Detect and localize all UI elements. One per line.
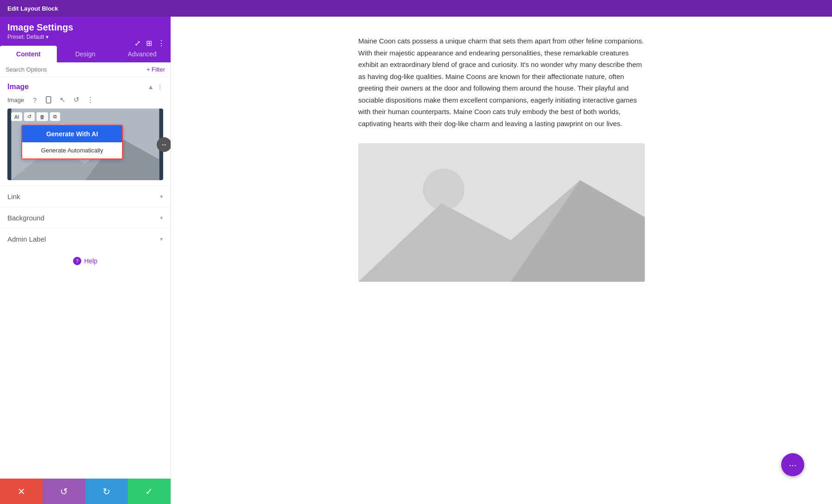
- save-button[interactable]: ✓: [128, 479, 171, 504]
- sidebar-header: Image Settings Preset: Default ▾ ⤢ ⊞ ⋮: [0, 17, 171, 46]
- sidebar-content: Image ▲ ⋮ Image ? ↖ ↺ ⋮: [0, 77, 171, 479]
- admin-label-text: Admin Label: [7, 235, 46, 243]
- tab-content[interactable]: Content: [0, 46, 57, 62]
- redo-button[interactable]: ↻: [86, 479, 128, 504]
- tab-design[interactable]: Design: [57, 46, 114, 62]
- copy-preview-btn[interactable]: ⧉: [50, 112, 60, 121]
- sidebar: Image Settings Preset: Default ▾ ⤢ ⊞ ⋮ C…: [0, 17, 171, 504]
- sidebar-title: Image Settings: [7, 22, 163, 33]
- more-options-icon[interactable]: ⋮: [85, 95, 95, 105]
- image-section-icons: ▲ ⋮: [147, 83, 163, 91]
- background-chevron-icon: ▾: [160, 214, 163, 221]
- help-circle-icon: ?: [73, 257, 81, 265]
- generate-ai-button[interactable]: Generate With AI: [22, 126, 122, 142]
- preview-toolbar: AI ↺ 🗑 ⧉: [11, 112, 60, 121]
- background-label: Background: [7, 214, 44, 222]
- help-icon[interactable]: ?: [30, 95, 40, 105]
- layout-icon[interactable]: ⊞: [146, 39, 152, 48]
- image-toolbar: Image ? ↖ ↺ ⋮: [0, 95, 171, 109]
- link-section[interactable]: Link ▾: [0, 186, 171, 207]
- expand-icon[interactable]: ⤢: [135, 39, 141, 48]
- filter-button[interactable]: + Filter: [147, 66, 165, 73]
- article-text: Maine Coon cats possess a unique charm t…: [358, 35, 645, 129]
- floating-btn-icon: ···: [789, 460, 797, 470]
- more-icon[interactable]: ⋮: [158, 39, 165, 48]
- help-label: Help: [84, 257, 98, 265]
- sidebar-header-actions: ⤢ ⊞ ⋮: [135, 39, 165, 48]
- main-content: Maine Coon cats possess a unique charm t…: [171, 17, 832, 504]
- background-section[interactable]: Background ▾: [0, 207, 171, 228]
- sidebar-tabs: Content Design Advanced: [0, 46, 171, 62]
- filter-label: + Filter: [147, 66, 165, 73]
- section-menu-icon[interactable]: ⋮: [157, 83, 163, 91]
- undo-button[interactable]: ↺: [43, 479, 85, 504]
- top-bar: Edit Layout Block: [0, 0, 832, 17]
- collapse-icon[interactable]: ▲: [147, 83, 154, 91]
- svg-rect-0: [46, 97, 51, 103]
- generate-automatically-button[interactable]: Generate Automatically: [22, 142, 122, 158]
- ai-preview-btn[interactable]: AI: [11, 112, 22, 121]
- refresh-icon[interactable]: ↺: [71, 95, 81, 105]
- cursor-icon[interactable]: ↖: [57, 95, 67, 105]
- cancel-button[interactable]: ✕: [0, 479, 43, 504]
- delete-preview-btn[interactable]: 🗑: [37, 112, 48, 121]
- link-chevron-icon: ▾: [160, 193, 163, 200]
- search-input[interactable]: [6, 66, 143, 73]
- bottom-bar: ✕ ↺ ↻ ✓: [0, 479, 171, 504]
- image-preview-container: AI ↺ 🗑 ⧉: [7, 109, 163, 180]
- main-image-placeholder: [358, 143, 645, 282]
- top-bar-title: Edit Layout Block: [7, 5, 58, 12]
- image-label: Image: [7, 97, 24, 103]
- svg-point-6: [423, 169, 465, 210]
- main-layout: Image Settings Preset: Default ▾ ⤢ ⊞ ⋮ C…: [0, 17, 832, 504]
- ai-dropdown: Generate With AI Generate Automatically: [21, 125, 123, 159]
- admin-label-chevron-icon: ▾: [160, 236, 163, 243]
- image-section-title: Image: [7, 83, 29, 91]
- search-row: + Filter: [0, 62, 171, 77]
- image-section-header: Image ▲ ⋮: [0, 77, 171, 95]
- admin-label-section[interactable]: Admin Label ▾: [0, 228, 171, 249]
- floating-action-button[interactable]: ···: [781, 453, 804, 476]
- tab-advanced[interactable]: Advanced: [114, 46, 171, 62]
- rotate-preview-btn[interactable]: ↺: [24, 112, 35, 121]
- help-section[interactable]: ? Help: [0, 249, 171, 273]
- resize-handle[interactable]: ↔: [157, 137, 171, 152]
- image-section: Image ▲ ⋮ Image ? ↖ ↺ ⋮: [0, 77, 171, 180]
- mobile-icon[interactable]: [43, 95, 54, 105]
- link-label: Link: [7, 193, 20, 200]
